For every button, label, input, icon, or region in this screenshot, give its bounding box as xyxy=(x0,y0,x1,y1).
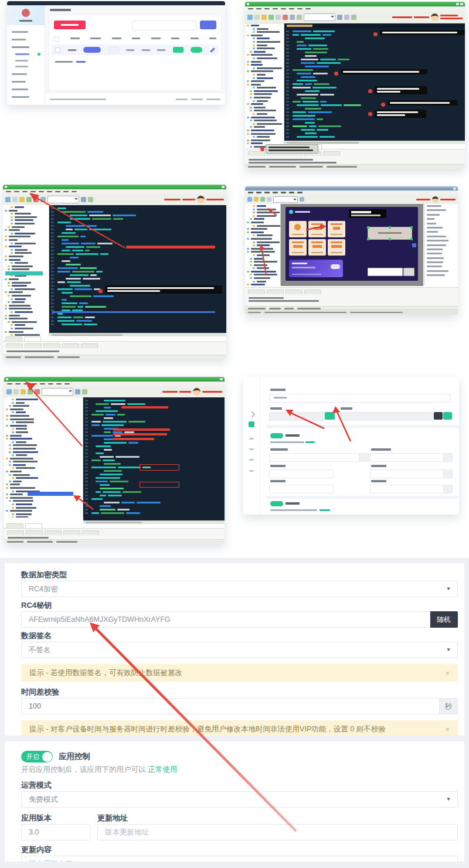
code-editor-skeleton xyxy=(284,28,465,143)
project-tree-skeleton xyxy=(245,23,284,152)
app-control-desc: 开启应用控制后，该应用下的用户可以正常使用 xyxy=(21,765,458,775)
designer-canvas xyxy=(281,204,423,286)
search-button xyxy=(200,21,216,29)
normal-use-link[interactable]: 正常使用 xyxy=(148,765,178,774)
properties-panel-skeleton xyxy=(424,204,458,285)
admin-navbar xyxy=(7,1,225,5)
project-tree-skeleton xyxy=(245,204,281,285)
security-settings-card: 数据加密类型 RC4加密▼ RC4秘钥 随机 数据签名 不签名▼ 提示 - 若使… xyxy=(5,563,464,736)
selected-control xyxy=(368,227,412,240)
red-highlight-box xyxy=(140,464,179,471)
app-title-box xyxy=(349,209,386,218)
screenshot-ide-code-3 xyxy=(4,377,225,544)
form-preview xyxy=(266,377,459,515)
screenshot-ide-code-2 xyxy=(3,185,226,359)
tree-tooltip xyxy=(266,144,318,154)
mode-label: 运营模式 xyxy=(21,781,458,789)
avatar xyxy=(22,9,30,17)
tree-selected-item xyxy=(5,271,43,275)
design-input xyxy=(368,268,403,276)
screenshot-admin-panel xyxy=(7,1,225,105)
seconds-suffix: 秒 xyxy=(440,698,458,714)
signature-alert: 提示 - 若使用数据签名，可有效防止数据被篡改 × xyxy=(21,664,458,682)
update-content-textarea[interactable] xyxy=(21,856,458,862)
pricing-cards xyxy=(289,221,345,256)
app-control-label: 应用控制 xyxy=(59,751,90,762)
search-input xyxy=(132,21,196,30)
signature-select[interactable]: 不签名▼ xyxy=(21,642,458,658)
chevron-down-icon: ▼ xyxy=(446,796,451,802)
time-check-input[interactable] xyxy=(21,698,440,714)
close-icon[interactable]: × xyxy=(445,726,450,733)
page-title xyxy=(50,9,71,11)
signature-label: 数据签名 xyxy=(21,631,458,640)
qq-avatar xyxy=(431,13,439,21)
app-window-design xyxy=(286,207,418,281)
app-settings-section: 数据加密类型 RC4加密▼ RC4秘钥 随机 数据签名 不签名▼ 提示 - 若使… xyxy=(0,558,469,868)
admin-footer xyxy=(45,93,225,105)
ide-toolbar xyxy=(245,11,465,23)
rc4-key-label: RC4秘钥 xyxy=(21,601,458,610)
red-annotation-text xyxy=(126,246,215,249)
red-highlight-box xyxy=(140,482,179,488)
code-editor-skeleton xyxy=(83,397,225,523)
menu-badge xyxy=(38,53,40,56)
update-content-label: 更新内容 xyxy=(21,845,458,854)
project-tree-skeleton xyxy=(4,397,83,518)
time-check-label: 时间差校验 xyxy=(21,687,458,696)
screenshot-ide-designer xyxy=(245,186,458,315)
screenshot-web-form xyxy=(243,377,459,515)
time-check-alert: 提示 - 对客户设备时间与服务器时间进行时差校验，避免用户修改本地时间非法使用V… xyxy=(21,720,458,736)
encryption-type-select[interactable]: RC4加密▼ xyxy=(21,581,458,597)
toggle-knob xyxy=(42,752,52,762)
tree-selected-item xyxy=(28,492,73,496)
admin-main xyxy=(45,5,225,105)
active-nav-icon xyxy=(249,421,254,427)
member-card xyxy=(289,260,343,277)
app-control-card: 开启 应用控制 开启应用控制后，该应用下的用户可以正常使用 运营模式 免费模式▼… xyxy=(5,741,464,862)
update-url-input[interactable] xyxy=(97,824,458,840)
tutorial-screenshot-gallery xyxy=(0,0,469,558)
design-button xyxy=(403,268,414,276)
add-button xyxy=(54,21,86,29)
app-control-toggle[interactable]: 开启 xyxy=(21,751,53,763)
encryption-type-label: 数据加密类型 xyxy=(21,570,458,579)
chevron-down-icon: ▼ xyxy=(446,647,451,652)
version-input[interactable] xyxy=(21,824,90,840)
code-editor-skeleton xyxy=(49,205,226,335)
mini-sidebar xyxy=(243,377,260,515)
random-key-button[interactable]: 随机 xyxy=(430,611,458,628)
version-label: 应用版本 xyxy=(21,813,90,822)
rc4-key-input[interactable] xyxy=(21,611,430,628)
mode-select[interactable]: 免费模式▼ xyxy=(21,791,458,808)
close-icon[interactable]: × xyxy=(445,669,450,677)
screenshot-ide-code-1 xyxy=(245,2,465,169)
chevron-down-icon: ▼ xyxy=(446,586,451,591)
table-header xyxy=(54,36,216,41)
admin-sidebar xyxy=(7,5,45,105)
project-tree-skeleton xyxy=(3,205,49,336)
table-row xyxy=(52,45,219,55)
update-url-label: 更新地址 xyxy=(97,813,458,822)
